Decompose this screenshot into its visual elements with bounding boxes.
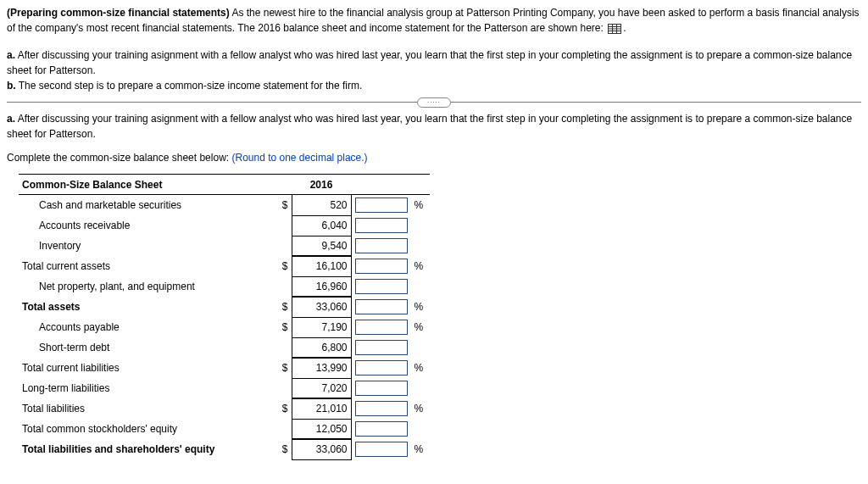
- item-b-label: b.: [7, 80, 16, 92]
- table-row: Accounts receivable6,040: [19, 215, 430, 236]
- percent-symbol: %: [411, 358, 430, 378]
- percent-symbol: %: [411, 398, 430, 419]
- problem-intro: (Preparing common-size financial stateme…: [7, 5, 861, 36]
- part-a-prompt: a. After discussing your training asignm…: [7, 111, 861, 142]
- row-value: 7,190: [292, 317, 351, 337]
- table-row: Total liabilities$21,010%: [19, 398, 430, 419]
- percent-symbol: %: [411, 297, 430, 317]
- row-label: Short-term debt: [19, 337, 273, 358]
- percent-symbol: [411, 378, 430, 398]
- percent-input[interactable]: [355, 279, 408, 294]
- table-header-year: 2016: [292, 175, 351, 195]
- percent-symbol: [411, 337, 430, 358]
- intro-title: (Preparing common-size financial stateme…: [7, 7, 230, 19]
- percent-symbol: %: [411, 439, 430, 459]
- currency-symbol: [273, 215, 292, 236]
- row-value: 6,040: [292, 215, 351, 236]
- row-label: Accounts payable: [19, 317, 273, 337]
- table-row: Total assets$33,060%: [19, 297, 430, 317]
- row-label: Cash and marketable securities: [19, 195, 273, 216]
- table-row: Accounts payable$7,190%: [19, 317, 430, 337]
- currency-symbol: $: [273, 439, 292, 459]
- table-header-spacer: [411, 175, 430, 195]
- row-label: Total liabilities and shareholders' equi…: [19, 439, 273, 459]
- percent-input-cell: [351, 337, 411, 358]
- percent-input-cell: [351, 358, 411, 378]
- percent-symbol: %: [411, 195, 430, 216]
- row-value: 33,060: [292, 297, 351, 317]
- row-label: Accounts receivable: [19, 215, 273, 236]
- percent-input-cell: [351, 317, 411, 337]
- table-row: Inventory9,540: [19, 236, 430, 256]
- percent-input[interactable]: [355, 401, 408, 416]
- table-row: Cash and marketable securities$520%: [19, 195, 430, 216]
- percent-input-cell: [351, 378, 411, 398]
- table-header-title: Common-Size Balance Sheet: [19, 175, 273, 195]
- percent-input-cell: [351, 276, 411, 297]
- currency-symbol: $: [273, 398, 292, 419]
- table-row: Short-term debt6,800: [19, 337, 430, 358]
- row-label: Total common stockholders' equity: [19, 419, 273, 439]
- percent-input[interactable]: [355, 238, 408, 253]
- percent-input[interactable]: [355, 381, 408, 396]
- intro-period: .: [623, 22, 626, 34]
- percent-symbol: %: [411, 256, 430, 276]
- percent-input[interactable]: [355, 421, 408, 437]
- percent-input[interactable]: [355, 442, 408, 457]
- table-row: Long-term liabilities7,020: [19, 378, 430, 398]
- table-row: Total current assets$16,100%: [19, 256, 430, 276]
- table-header-spacer: [273, 175, 292, 195]
- percent-input[interactable]: [355, 299, 408, 314]
- percent-input-cell: [351, 439, 411, 459]
- percent-symbol: [411, 419, 430, 439]
- percent-input-cell: [351, 215, 411, 236]
- currency-symbol: $: [273, 256, 292, 276]
- currency-symbol: [273, 378, 292, 398]
- percent-input-cell: [351, 398, 411, 419]
- item-a-text: After discussing your training asignment…: [7, 49, 852, 76]
- table-header-spacer: [351, 175, 411, 195]
- percent-input-cell: [351, 256, 411, 276]
- row-label: Inventory: [19, 236, 273, 256]
- row-value: 16,100: [292, 256, 351, 276]
- item-a-label: a.: [7, 49, 15, 61]
- percent-input-cell: [351, 419, 411, 439]
- item-b-text: The second step is to prepare a common-s…: [16, 80, 363, 92]
- row-value: 6,800: [292, 337, 351, 358]
- balance-sheet-table: Common-Size Balance Sheet 2016 Cash and …: [19, 174, 430, 460]
- percent-input-cell: [351, 297, 411, 317]
- percent-symbol: [411, 215, 430, 236]
- percent-symbol: [411, 236, 430, 256]
- table-row: Total current liabilities$13,990%: [19, 358, 430, 378]
- part-a-text: After discussing your training asignment…: [7, 113, 852, 140]
- percent-input[interactable]: [355, 320, 408, 335]
- row-label: Total assets: [19, 297, 273, 317]
- part-a-label: a.: [7, 113, 15, 125]
- currency-symbol: [273, 337, 292, 358]
- percent-input[interactable]: [355, 360, 408, 376]
- currency-symbol: $: [273, 317, 292, 337]
- row-value: 16,960: [292, 276, 351, 297]
- percent-symbol: %: [411, 317, 430, 337]
- row-label: Long-term liabilities: [19, 378, 273, 398]
- row-value: 12,050: [292, 419, 351, 439]
- row-value: 7,020: [292, 378, 351, 398]
- percent-input-cell: [351, 236, 411, 256]
- percent-input[interactable]: [355, 218, 408, 233]
- data-table-icon[interactable]: [608, 24, 621, 34]
- instruction-hint: (Round to one decimal place.): [231, 152, 367, 164]
- percent-input[interactable]: [355, 259, 408, 274]
- percent-input[interactable]: [355, 197, 408, 213]
- table-row: Net property, plant, and equipment16,960: [19, 276, 430, 297]
- currency-symbol: $: [273, 195, 292, 216]
- currency-symbol: $: [273, 358, 292, 378]
- row-value: 33,060: [292, 439, 351, 459]
- percent-input[interactable]: [355, 340, 408, 355]
- row-label: Net property, plant, and equipment: [19, 276, 273, 297]
- currency-symbol: [273, 236, 292, 256]
- table-row: Total common stockholders' equity12,050: [19, 419, 430, 439]
- instruction-line: Complete the common-size balance sheet b…: [7, 152, 861, 164]
- table-row: Total liabilities and shareholders' equi…: [19, 439, 430, 459]
- percent-input-cell: [351, 195, 411, 216]
- percent-symbol: [411, 276, 430, 297]
